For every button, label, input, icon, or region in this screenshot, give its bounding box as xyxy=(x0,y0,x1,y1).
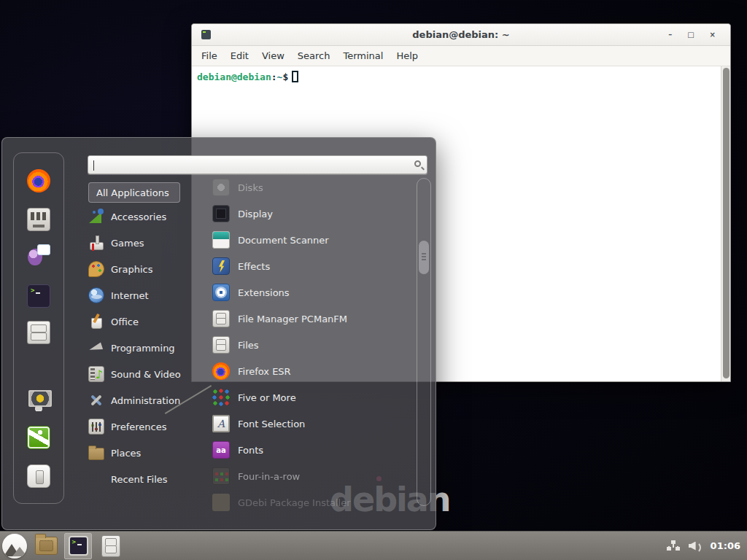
category-places[interactable]: Places xyxy=(88,440,209,466)
category-office[interactable]: Office xyxy=(88,308,209,335)
application-list: Disks Display Document Scanner Effects E… xyxy=(212,174,413,516)
app-list-scrollbar-thumb[interactable] xyxy=(419,241,429,274)
board-dots-icon xyxy=(212,467,230,485)
disk-icon xyxy=(212,179,230,196)
app-item-document-scanner[interactable]: Document Scanner xyxy=(212,227,413,253)
maximize-icon[interactable]: □ xyxy=(687,31,694,39)
app-list-scrollbar[interactable] xyxy=(417,178,431,506)
menu-terminal[interactable]: Terminal xyxy=(336,50,390,61)
all-applications-button[interactable]: All Applications xyxy=(88,182,180,203)
system-tray: 01:06 xyxy=(667,540,747,552)
app-item-label: Display xyxy=(238,209,273,219)
drafting-tools-icon xyxy=(88,209,104,225)
app-item-disks[interactable]: Disks xyxy=(212,174,413,201)
category-sound-video[interactable]: Sound & Video xyxy=(88,361,209,387)
category-preferences[interactable]: Preferences xyxy=(88,413,209,440)
category-label: Programming xyxy=(111,343,175,354)
app-item-files[interactable]: Files xyxy=(212,332,413,358)
desktop-folder-launcher-icon[interactable] xyxy=(35,537,58,555)
app-item-label: Firefox ESR xyxy=(238,366,291,377)
search-icon xyxy=(414,160,421,167)
category-label: Games xyxy=(111,238,144,249)
no-icon xyxy=(88,471,104,487)
prompt-symbol: $ xyxy=(282,71,288,82)
app-item-extensions[interactable]: Extensions xyxy=(212,279,413,306)
favorites-sidebar xyxy=(13,152,64,504)
terminal-scrollbar-thumb[interactable] xyxy=(723,68,729,378)
menu-edit[interactable]: Edit xyxy=(224,50,255,61)
crossed-tools-icon xyxy=(88,392,104,408)
terminal-taskbar-button[interactable] xyxy=(64,533,92,559)
category-label: Graphics xyxy=(111,264,152,275)
all-applications-label: All Applications xyxy=(96,187,169,198)
terminal-launcher-icon[interactable] xyxy=(27,284,50,308)
lock-screen-icon[interactable] xyxy=(27,388,50,411)
menu-help[interactable]: Help xyxy=(390,50,425,61)
category-recent-files[interactable]: Recent Files xyxy=(88,466,209,492)
app-item-file-manager-pcmanfm[interactable]: File Manager PCManFM xyxy=(212,306,413,332)
volume-icon[interactable] xyxy=(689,540,702,552)
fonts-icon xyxy=(212,441,230,459)
firefox-launcher-icon[interactable] xyxy=(27,169,50,192)
category-internet[interactable]: Internet xyxy=(88,282,209,308)
terminal-window-icon xyxy=(201,30,211,39)
film-note-icon xyxy=(88,366,104,382)
close-icon[interactable]: × xyxy=(710,31,716,39)
folder-icon xyxy=(88,448,104,460)
globe-icon xyxy=(88,287,104,303)
category-label: Recent Files xyxy=(111,474,168,485)
sliders-icon xyxy=(88,419,104,435)
log-out-icon[interactable] xyxy=(27,426,50,449)
taskbar: 01:06 xyxy=(0,531,747,560)
app-item-font-selection[interactable]: Font Selection xyxy=(212,411,413,437)
category-label: Preferences xyxy=(111,421,166,432)
app-item-gdebi-package-installer[interactable]: GDebi Package Installer xyxy=(212,489,413,516)
app-item-firefox-esr[interactable]: Firefox ESR xyxy=(212,358,413,384)
text-caret xyxy=(93,160,94,171)
clock[interactable]: 01:06 xyxy=(711,540,740,551)
app-item-display[interactable]: Display xyxy=(212,201,413,227)
file-cabinet-icon xyxy=(212,310,230,327)
terminal-scrollbar[interactable] xyxy=(721,66,730,381)
category-label: Administration xyxy=(111,395,180,406)
app-item-effects[interactable]: Effects xyxy=(212,253,413,279)
app-item-five-or-more[interactable]: Five or More xyxy=(212,384,413,411)
app-item-label: Four-in-a-row xyxy=(238,471,300,482)
minimize-icon[interactable]: – xyxy=(668,31,672,39)
category-graphics[interactable]: Graphics xyxy=(88,256,209,282)
terminal-cursor xyxy=(292,71,298,82)
palette-icon xyxy=(88,261,104,277)
file-cabinet-icon xyxy=(212,336,230,354)
category-games[interactable]: Games xyxy=(88,230,209,256)
category-administration[interactable]: Administration xyxy=(88,387,209,413)
shut-down-icon[interactable] xyxy=(27,464,50,488)
network-icon[interactable] xyxy=(667,540,680,552)
file-manager-launcher-icon[interactable] xyxy=(27,321,50,344)
app-item-fonts[interactable]: Fonts xyxy=(212,437,413,463)
menu-view[interactable]: View xyxy=(255,50,291,61)
menu-search[interactable]: Search xyxy=(291,50,337,61)
app-item-label: Document Scanner xyxy=(238,235,329,246)
app-item-label: Files xyxy=(238,340,259,351)
terminal-window-title: debian@debian: ~ xyxy=(192,29,730,40)
pidgin-launcher-icon[interactable] xyxy=(27,244,50,267)
terminal-titlebar[interactable]: debian@debian: ~ – □ × xyxy=(192,24,730,46)
terminal-menubar: File Edit View Search Terminal Help xyxy=(192,46,730,66)
trowel-icon xyxy=(88,340,104,356)
menu-button[interactable] xyxy=(2,534,27,559)
app-item-label: Effects xyxy=(238,261,270,272)
joystick-icon xyxy=(88,235,104,251)
app-item-label: File Manager PCManFM xyxy=(238,314,347,324)
category-programming[interactable]: Programming xyxy=(88,335,209,361)
letter-a-icon xyxy=(212,415,230,432)
application-menu: All Applications Accessories Games Graph… xyxy=(1,137,436,530)
menu-file[interactable]: File xyxy=(195,50,224,61)
software-keyboard-icon[interactable] xyxy=(27,208,50,231)
files-taskbar-icon[interactable] xyxy=(101,535,120,557)
category-label: Sound & Video xyxy=(111,369,181,380)
menu-search-input[interactable] xyxy=(88,155,427,174)
firefox-icon xyxy=(212,362,230,380)
category-accessories[interactable]: Accessories xyxy=(88,203,209,230)
desktop: debian debian@debian: ~ – □ × File Edit … xyxy=(0,0,747,560)
app-item-four-in-a-row[interactable]: Four-in-a-row xyxy=(212,463,413,489)
